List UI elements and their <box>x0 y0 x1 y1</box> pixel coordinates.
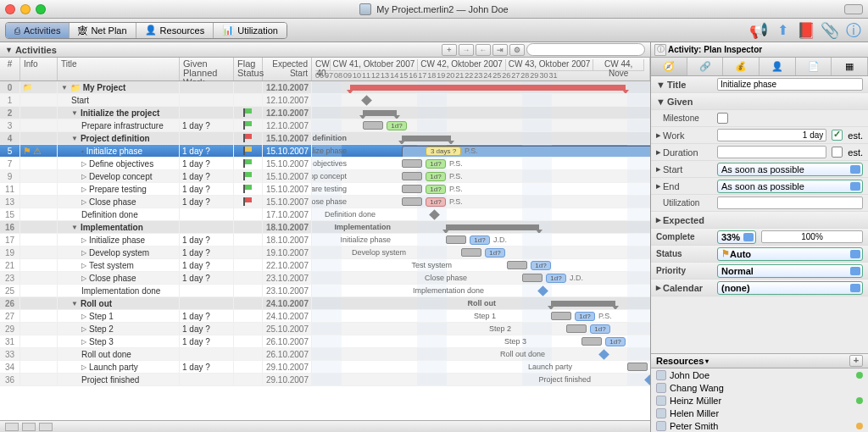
disclosure-icon[interactable]: ▷ <box>81 313 86 320</box>
insp-section-given[interactable]: ▼Given <box>651 93 868 110</box>
work-est-checkbox[interactable] <box>832 130 843 141</box>
activity-row[interactable]: 36Project finished29.10.2007Project fini… <box>0 374 650 386</box>
status-select[interactable]: ⚑ Auto <box>717 247 863 261</box>
tab-utilization[interactable]: 📊Utilization <box>214 23 287 38</box>
disclosure-icon[interactable]: ▼ <box>71 109 78 117</box>
resource-row[interactable]: Peter Smith <box>651 419 868 432</box>
activity-row[interactable]: 2▼Initialize the project12.10.2007Initia… <box>0 107 650 119</box>
start-select[interactable]: As soon as possible <box>717 163 863 176</box>
milestone-checkbox[interactable] <box>717 113 728 124</box>
announce-icon[interactable]: 📢 <box>749 21 768 40</box>
activity-row[interactable]: 11▷Prepare testing1 day ?15.10.2007Prepa… <box>0 183 650 196</box>
priority-select[interactable]: Normal <box>717 264 863 278</box>
activity-row[interactable]: 9▷Develop concept1 day ?15.10.2007Develo… <box>0 170 650 183</box>
duration-input[interactable] <box>717 146 826 158</box>
activity-row[interactable]: 33Roll out done26.10.2007Roll out done <box>0 348 650 361</box>
milestone-icon[interactable] <box>429 209 440 220</box>
utilization-input[interactable] <box>717 197 863 209</box>
view-mode-1[interactable] <box>5 423 19 431</box>
indent-button[interactable]: → <box>459 44 474 56</box>
activity-row[interactable]: 23▷Close phase1 day ?23.10.2007Close pha… <box>0 272 650 285</box>
tab-resources[interactable]: 👤Resources <box>136 23 214 38</box>
filter-button[interactable]: ⚙ <box>509 44 525 56</box>
col-info[interactable]: Info <box>20 58 58 80</box>
task-bar[interactable] <box>402 185 422 193</box>
activity-row[interactable]: 25Implementation done23.10.2007Implement… <box>0 285 650 297</box>
milestone-icon[interactable] <box>361 95 372 106</box>
disclosure-icon[interactable]: ▷ <box>81 198 86 206</box>
summary-bar[interactable] <box>363 110 397 116</box>
insp-section-expected[interactable]: ▸Expected <box>651 212 868 229</box>
attachment-icon[interactable]: 📎 <box>821 21 839 40</box>
disclosure-icon[interactable]: ▷ <box>81 262 86 269</box>
task-bar[interactable] <box>446 235 466 244</box>
activity-row[interactable]: 27▷Step 11 day ?24.10.2007Step 11d?P.S. <box>0 310 650 323</box>
activity-row[interactable]: 5⚑⚠•Initialize phase1 day ?15.10.2007Ini… <box>0 145 650 158</box>
col-title[interactable]: Title <box>58 58 180 80</box>
task-bar[interactable] <box>566 324 587 333</box>
activity-row[interactable]: 17▷Initialize phase1 day ?18.10.2007Init… <box>0 234 650 246</box>
insp-section-title[interactable]: ▼Title <box>651 76 868 93</box>
disclosure-icon[interactable]: ▼ <box>71 300 78 307</box>
summary-bar[interactable] <box>446 224 539 230</box>
disclosure-icon[interactable]: ▼ <box>61 84 68 91</box>
disclosure-icon[interactable]: ▼ <box>71 224 78 231</box>
task-bar[interactable] <box>507 261 527 269</box>
activity-row[interactable]: 3Prepare infrastructure1 day ?12.10.2007… <box>0 119 650 132</box>
add-resource-button[interactable]: + <box>849 355 863 367</box>
link-button[interactable]: ⇥ <box>492 44 508 56</box>
task-bar[interactable] <box>402 172 422 180</box>
col-expected[interactable]: Expected Start <box>263 58 312 80</box>
task-bar[interactable] <box>402 197 422 206</box>
insp-tab-doc[interactable]: 📄 <box>796 58 832 75</box>
task-bar[interactable] <box>522 274 542 282</box>
disclosure-icon[interactable]: ▷ <box>81 274 86 282</box>
complete-full-input[interactable] <box>761 230 863 243</box>
col-flag[interactable]: FlagStatus <box>234 58 263 80</box>
complete-pct-select[interactable]: 33% <box>717 230 756 244</box>
milestone-icon[interactable] <box>644 374 650 385</box>
milestone-icon[interactable] <box>598 349 609 360</box>
resource-row[interactable]: Helen Miller <box>651 407 868 419</box>
publish-icon[interactable]: ⬆ <box>773 21 792 40</box>
add-button[interactable]: + <box>442 44 457 56</box>
summary-bar[interactable] <box>551 301 615 307</box>
milestone-icon[interactable] <box>537 285 548 296</box>
outdent-button[interactable]: ← <box>476 44 491 56</box>
disclosure-icon[interactable]: ▼ <box>71 135 78 142</box>
end-select[interactable]: As soon as possible <box>717 180 863 193</box>
insp-tab-cost[interactable]: 💰 <box>723 58 760 75</box>
insp-title-input[interactable] <box>717 78 863 91</box>
activity-row[interactable]: 31▷Step 31 day ?26.10.2007Step 31d? <box>0 335 650 348</box>
resource-row[interactable]: Chang Wang <box>651 381 868 394</box>
col-number[interactable]: # <box>0 58 20 80</box>
insp-tab-more[interactable]: ▦ <box>832 58 868 75</box>
tab-netplan[interactable]: 🕸Net Plan <box>70 23 136 38</box>
info-icon[interactable]: ⓘ <box>844 21 863 40</box>
toolbar-toggle-icon[interactable] <box>844 4 863 14</box>
disclosure-icon[interactable]: • <box>81 147 84 155</box>
disclosure-icon[interactable]: ▷ <box>81 325 86 333</box>
insp-tab-plan[interactable]: 🧭 <box>651 58 687 75</box>
summary-bar[interactable] <box>350 85 626 91</box>
tab-activities[interactable]: ⎙Activities <box>6 23 70 38</box>
resource-row[interactable]: John Doe <box>651 368 868 381</box>
disclosure-icon[interactable]: ▼ <box>5 46 13 54</box>
insp-tab-res[interactable]: 👤 <box>760 58 796 75</box>
search-input[interactable] <box>526 43 645 56</box>
activity-row[interactable]: 7▷Define objectives1 day ?15.10.2007Defi… <box>0 158 650 170</box>
activity-row[interactable]: 34▷Launch party1 day ?29.10.2007Launch p… <box>0 361 650 374</box>
activity-row[interactable]: 0📁▼📁 My Project12.10.2007My Project <box>0 81 650 94</box>
disclosure-icon[interactable]: ▷ <box>81 236 86 244</box>
activity-row[interactable]: 16▼Implementation18.10.2007Implementatio… <box>0 221 650 234</box>
disclosure-icon[interactable]: ▷ <box>81 160 86 168</box>
col-given[interactable]: GivenPlanned Work <box>180 58 234 80</box>
task-bar[interactable] <box>402 159 422 168</box>
task-bar[interactable] <box>461 248 481 257</box>
activity-row[interactable]: 19▷Develop system1 day ?19.10.2007Develo… <box>0 246 650 259</box>
calendar-select[interactable]: (none) <box>717 281 863 295</box>
insp-tab-dep[interactable]: 🔗 <box>687 58 724 75</box>
activity-row[interactable]: 29▷Step 21 day ?25.10.2007Step 21d? <box>0 323 650 335</box>
duration-est-checkbox[interactable] <box>832 147 843 158</box>
disclosure-icon[interactable]: ▷ <box>81 173 86 180</box>
